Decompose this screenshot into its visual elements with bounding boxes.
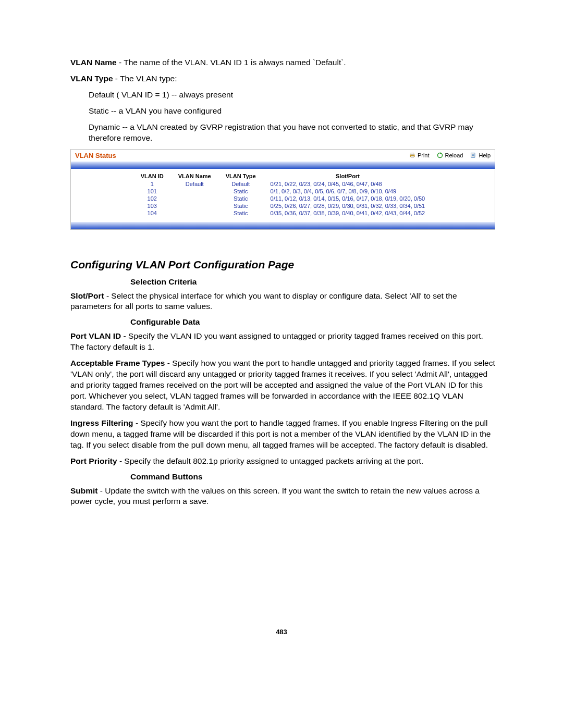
table-row: 101Static0/1, 0/2, 0/3, 0/4, 0/5, 0/6, 0… (133, 188, 432, 195)
def-label: Submit (70, 486, 98, 495)
cell-name (171, 188, 218, 195)
col-slot-port: Slot/Port (263, 172, 433, 180)
cell-name (171, 209, 218, 217)
reload-icon (437, 152, 443, 158)
cell-id: 1 (133, 180, 171, 188)
cell-sp: 0/11, 0/12, 0/13, 0/14, 0/15, 0/16, 0/17… (263, 195, 433, 202)
help-button[interactable]: Help (470, 152, 491, 158)
def-label: Port VLAN ID (70, 331, 121, 340)
def-label: Ingress Filtering (70, 418, 133, 427)
cell-type: Static (218, 202, 263, 209)
vlan-status-table: VLAN ID VLAN Name VLAN Type Slot/Port 1D… (133, 172, 432, 217)
table-row: 104Static0/35, 0/36, 0/37, 0/38, 0/39, 0… (133, 209, 432, 217)
definition-acceptable-frame-types: Acceptable Frame Types - Specify how you… (70, 358, 495, 413)
col-vlan-id: VLAN ID (133, 172, 171, 180)
def-label: Port Priority (70, 456, 117, 465)
def-text: - The VLAN type: (113, 74, 177, 83)
panel-actions: Print Reload Help (409, 152, 491, 158)
cell-type: Static (218, 188, 263, 195)
def-text: - Select the physical interface for whic… (70, 291, 457, 311)
cell-type: Default (218, 180, 263, 188)
def-text: - The name of the VLAN. VLAN ID 1 is alw… (117, 58, 346, 67)
vlan-type-item: Default ( VLAN ID = 1) -- always present (89, 90, 495, 101)
def-text: - Specify how you want the port to handl… (70, 418, 491, 449)
table-row: 102Static0/11, 0/12, 0/13, 0/14, 0/15, 0… (133, 195, 432, 202)
panel-title: VLAN Status (75, 152, 409, 159)
subheading: Command Buttons (130, 472, 495, 482)
cell-type: Static (218, 195, 263, 202)
svg-rect-6 (472, 154, 474, 155)
cell-name (171, 195, 218, 202)
print-icon (409, 152, 415, 158)
cell-name: Default (171, 180, 218, 188)
definition-port-priority: Port Priority - Specify the default 802.… (70, 456, 495, 467)
cell-sp: 0/21, 0/22, 0/23, 0/24, 0/45, 0/46, 0/47… (263, 180, 433, 188)
definition-vlan-type: VLAN Type - The VLAN type: (70, 73, 495, 84)
svg-rect-7 (472, 155, 474, 156)
panel-header: VLAN Status Print Reload (71, 150, 495, 162)
help-icon (470, 152, 476, 158)
definition-slot-port: Slot/Port - Select the physical interfac… (70, 291, 495, 313)
def-text: - Specify the default 802.1p priority as… (117, 456, 424, 465)
print-button[interactable]: Print (409, 152, 430, 158)
def-text: - Specify the VLAN ID you want assigned … (70, 331, 483, 351)
subheading: Configurable Data (130, 317, 495, 327)
page-number: 483 (0, 628, 563, 636)
table-header-row: VLAN ID VLAN Name VLAN Type Slot/Port (133, 172, 432, 180)
def-label: VLAN Type (70, 74, 113, 83)
reload-label: Reload (445, 152, 463, 158)
cell-id: 101 (133, 188, 171, 195)
cell-type: Static (218, 209, 263, 217)
col-vlan-name: VLAN Name (171, 172, 218, 180)
decoration-bar (71, 222, 495, 229)
panel-body: VLAN ID VLAN Name VLAN Type Slot/Port 1D… (71, 169, 495, 218)
section-heading: Configuring VLAN Port Configuration Page (70, 258, 495, 271)
cell-sp: 0/1, 0/2, 0/3, 0/4, 0/5, 0/6, 0/7, 0/8, … (263, 188, 433, 195)
print-label: Print (418, 152, 430, 158)
col-vlan-type: VLAN Type (218, 172, 263, 180)
cell-id: 102 (133, 195, 171, 202)
def-text: - Update the switch with the values on t… (70, 486, 480, 506)
subheading: Selection Criteria (130, 277, 495, 287)
svg-rect-1 (411, 153, 414, 155)
cell-id: 104 (133, 209, 171, 217)
vlan-status-panel: VLAN Status Print Reload (70, 149, 495, 230)
def-label: Slot/Port (70, 291, 104, 300)
cell-sp: 0/25, 0/26, 0/27, 0/28, 0/29, 0/30, 0/31… (263, 202, 433, 209)
definition-ingress-filtering: Ingress Filtering - Specify how you want… (70, 418, 495, 451)
cell-name (171, 202, 218, 209)
svg-rect-2 (411, 156, 414, 158)
help-label: Help (479, 152, 491, 158)
vlan-type-item: Dynamic -- a VLAN created by GVRP regist… (89, 122, 495, 144)
def-label: Acceptable Frame Types (70, 359, 165, 367)
reload-button[interactable]: Reload (437, 152, 463, 158)
table-row: 103Static0/25, 0/26, 0/27, 0/28, 0/29, 0… (133, 202, 432, 209)
cell-sp: 0/35, 0/36, 0/37, 0/38, 0/39, 0/40, 0/41… (263, 209, 433, 217)
definition-vlan-name: VLAN Name - The name of the VLAN. VLAN I… (70, 57, 495, 68)
definition-submit: Submit - Update the switch with the valu… (70, 486, 495, 508)
cell-id: 103 (133, 202, 171, 209)
definition-port-vlan-id: Port VLAN ID - Specify the VLAN ID you w… (70, 331, 495, 353)
table-row: 1DefaultDefault0/21, 0/22, 0/23, 0/24, 0… (133, 180, 432, 188)
document-page: VLAN Name - The name of the VLAN. VLAN I… (0, 0, 563, 667)
vlan-type-item: Static -- a VLAN you have configured (89, 106, 495, 117)
decoration-bar (71, 162, 495, 169)
def-label: VLAN Name (70, 58, 117, 67)
